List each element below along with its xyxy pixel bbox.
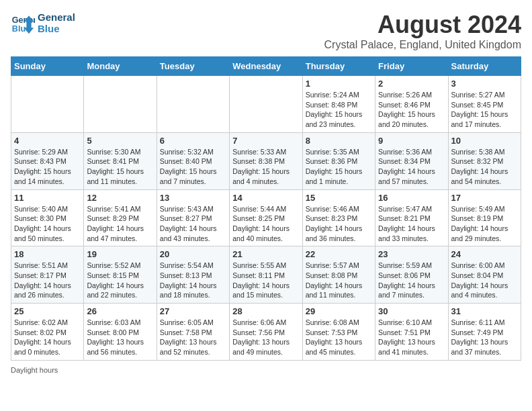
- day-number: 25: [14, 306, 81, 316]
- day-cell: 3Sunrise: 5:27 AM Sunset: 8:45 PM Daylig…: [448, 76, 521, 133]
- day-cell: 16Sunrise: 5:47 AM Sunset: 8:21 PM Dayli…: [375, 189, 448, 246]
- day-info: Sunrise: 6:02 AM Sunset: 8:02 PM Dayligh…: [14, 318, 81, 357]
- day-info: Sunrise: 5:54 AM Sunset: 8:13 PM Dayligh…: [160, 261, 226, 300]
- header-row: SundayMondayTuesdayWednesdayThursdayFrid…: [11, 57, 521, 76]
- main-title: August 2024: [324, 11, 522, 39]
- day-cell: 13Sunrise: 5:43 AM Sunset: 8:27 PM Dayli…: [157, 189, 229, 246]
- day-number: 16: [378, 193, 445, 203]
- calendar-header: SundayMondayTuesdayWednesdayThursdayFrid…: [11, 57, 521, 76]
- day-number: 12: [87, 193, 153, 203]
- header-cell-saturday: Saturday: [448, 57, 521, 76]
- header-cell-tuesday: Tuesday: [157, 57, 229, 76]
- day-number: 28: [232, 306, 299, 316]
- day-info: Sunrise: 6:08 AM Sunset: 7:53 PM Dayligh…: [306, 318, 372, 357]
- day-cell: 20Sunrise: 5:54 AM Sunset: 8:13 PM Dayli…: [157, 246, 229, 304]
- day-number: 19: [87, 249, 153, 259]
- day-cell: 27Sunrise: 6:05 AM Sunset: 7:58 PM Dayli…: [157, 304, 229, 361]
- day-info: Sunrise: 5:51 AM Sunset: 8:17 PM Dayligh…: [14, 261, 81, 300]
- subtitle: Crystal Palace, England, United Kingdom: [324, 39, 522, 51]
- day-number: 1: [306, 79, 372, 89]
- header-cell-sunday: Sunday: [11, 57, 84, 76]
- day-number: 10: [451, 136, 518, 146]
- day-cell: [11, 76, 84, 133]
- day-number: 18: [14, 249, 81, 259]
- day-info: Sunrise: 6:00 AM Sunset: 8:04 PM Dayligh…: [451, 261, 518, 300]
- day-info: Sunrise: 5:46 AM Sunset: 8:23 PM Dayligh…: [306, 204, 372, 244]
- day-info: Sunrise: 5:33 AM Sunset: 8:38 PM Dayligh…: [232, 147, 299, 187]
- logo-line1: General: [38, 11, 75, 23]
- day-cell: 10Sunrise: 5:38 AM Sunset: 8:32 PM Dayli…: [448, 132, 521, 189]
- day-number: 7: [232, 136, 299, 146]
- logo-icon: General Blue: [11, 11, 35, 35]
- day-info: Sunrise: 5:36 AM Sunset: 8:34 PM Dayligh…: [378, 147, 445, 187]
- day-number: 5: [87, 136, 153, 146]
- day-number: 2: [378, 79, 445, 89]
- day-cell: 18Sunrise: 5:51 AM Sunset: 8:17 PM Dayli…: [11, 246, 84, 304]
- day-cell: 5Sunrise: 5:30 AM Sunset: 8:41 PM Daylig…: [84, 132, 157, 189]
- day-number: 4: [14, 136, 81, 146]
- week-row-3: 18Sunrise: 5:51 AM Sunset: 8:17 PM Dayli…: [11, 246, 521, 304]
- day-number: 17: [451, 193, 518, 203]
- day-info: Sunrise: 5:26 AM Sunset: 8:46 PM Dayligh…: [378, 90, 445, 130]
- day-cell: 8Sunrise: 5:35 AM Sunset: 8:36 PM Daylig…: [302, 132, 375, 189]
- day-cell: 14Sunrise: 5:44 AM Sunset: 8:25 PM Dayli…: [230, 189, 302, 246]
- day-info: Sunrise: 5:30 AM Sunset: 8:41 PM Dayligh…: [87, 147, 153, 187]
- day-cell: 29Sunrise: 6:08 AM Sunset: 7:53 PM Dayli…: [302, 304, 375, 361]
- day-info: Sunrise: 5:29 AM Sunset: 8:43 PM Dayligh…: [14, 147, 81, 187]
- day-number: 31: [451, 306, 518, 316]
- title-block: August 2024 Crystal Palace, England, Uni…: [324, 11, 522, 51]
- day-info: Sunrise: 5:27 AM Sunset: 8:45 PM Dayligh…: [451, 90, 518, 130]
- day-cell: 12Sunrise: 5:41 AM Sunset: 8:29 PM Dayli…: [84, 189, 157, 246]
- day-cell: [157, 76, 229, 133]
- day-number: 23: [378, 249, 445, 259]
- week-row-1: 4Sunrise: 5:29 AM Sunset: 8:43 PM Daylig…: [11, 132, 521, 189]
- day-number: 27: [160, 306, 226, 316]
- day-number: 15: [306, 193, 372, 203]
- day-number: 6: [160, 136, 226, 146]
- day-info: Sunrise: 5:47 AM Sunset: 8:21 PM Dayligh…: [378, 204, 445, 244]
- logo: General Blue General Blue: [11, 11, 75, 35]
- day-cell: 22Sunrise: 5:57 AM Sunset: 8:08 PM Dayli…: [302, 246, 375, 304]
- day-cell: [230, 76, 302, 133]
- day-number: 24: [451, 249, 518, 259]
- day-number: 21: [232, 249, 299, 259]
- week-row-2: 11Sunrise: 5:40 AM Sunset: 8:30 PM Dayli…: [11, 189, 521, 246]
- day-cell: 15Sunrise: 5:46 AM Sunset: 8:23 PM Dayli…: [302, 189, 375, 246]
- day-cell: 11Sunrise: 5:40 AM Sunset: 8:30 PM Dayli…: [11, 189, 84, 246]
- day-number: 3: [451, 79, 518, 89]
- calendar-body: 1Sunrise: 5:24 AM Sunset: 8:48 PM Daylig…: [11, 76, 521, 361]
- day-info: Sunrise: 5:52 AM Sunset: 8:15 PM Dayligh…: [87, 261, 153, 300]
- day-number: 8: [306, 136, 372, 146]
- day-cell: 19Sunrise: 5:52 AM Sunset: 8:15 PM Dayli…: [84, 246, 157, 304]
- calendar: SundayMondayTuesdayWednesdayThursdayFrid…: [11, 56, 521, 361]
- day-info: Sunrise: 5:41 AM Sunset: 8:29 PM Dayligh…: [87, 204, 153, 244]
- day-info: Sunrise: 5:38 AM Sunset: 8:32 PM Dayligh…: [451, 147, 518, 187]
- day-info: Sunrise: 5:55 AM Sunset: 8:11 PM Dayligh…: [232, 261, 299, 300]
- day-cell: 4Sunrise: 5:29 AM Sunset: 8:43 PM Daylig…: [11, 132, 84, 189]
- day-cell: 25Sunrise: 6:02 AM Sunset: 8:02 PM Dayli…: [11, 304, 84, 361]
- day-cell: 7Sunrise: 5:33 AM Sunset: 8:38 PM Daylig…: [230, 132, 302, 189]
- day-info: Sunrise: 5:32 AM Sunset: 8:40 PM Dayligh…: [160, 147, 226, 187]
- header-cell-friday: Friday: [375, 57, 448, 76]
- day-info: Sunrise: 6:03 AM Sunset: 8:00 PM Dayligh…: [87, 318, 153, 357]
- day-number: 26: [87, 306, 153, 316]
- week-row-0: 1Sunrise: 5:24 AM Sunset: 8:48 PM Daylig…: [11, 76, 521, 133]
- day-number: 30: [378, 306, 445, 316]
- logo-line2: Blue: [38, 23, 75, 34]
- day-number: 22: [306, 249, 372, 259]
- day-number: 14: [232, 193, 299, 203]
- day-number: 11: [14, 193, 81, 203]
- day-cell: 26Sunrise: 6:03 AM Sunset: 8:00 PM Dayli…: [84, 304, 157, 361]
- page-header: General Blue General Blue August 2024 Cr…: [11, 11, 521, 51]
- day-info: Sunrise: 5:35 AM Sunset: 8:36 PM Dayligh…: [306, 147, 372, 187]
- day-cell: 9Sunrise: 5:36 AM Sunset: 8:34 PM Daylig…: [375, 132, 448, 189]
- day-info: Sunrise: 5:24 AM Sunset: 8:48 PM Dayligh…: [306, 90, 372, 130]
- day-info: Sunrise: 6:10 AM Sunset: 7:51 PM Dayligh…: [378, 318, 445, 357]
- header-cell-thursday: Thursday: [302, 57, 375, 76]
- day-cell: 31Sunrise: 6:11 AM Sunset: 7:49 PM Dayli…: [448, 304, 521, 361]
- day-number: 13: [160, 193, 226, 203]
- footer-note: Daylight hours: [11, 366, 521, 374]
- day-info: Sunrise: 5:43 AM Sunset: 8:27 PM Dayligh…: [160, 204, 226, 244]
- day-info: Sunrise: 5:44 AM Sunset: 8:25 PM Dayligh…: [232, 204, 299, 244]
- day-number: 20: [160, 249, 226, 259]
